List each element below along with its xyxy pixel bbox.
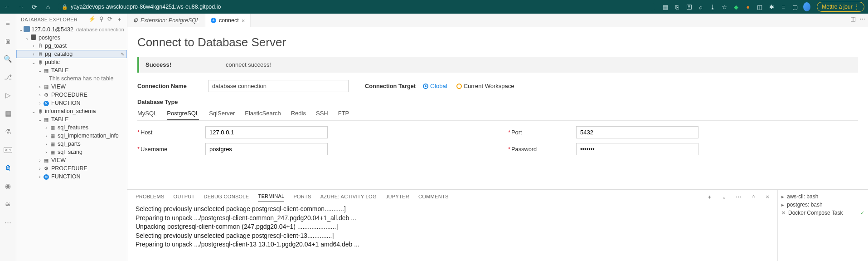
terminal-output[interactable]: Selecting previously unselected package … bbox=[127, 202, 777, 261]
filter-icon[interactable]: ⚲ bbox=[99, 15, 104, 24]
tree-table-group[interactable]: ⌄ ▦ TABLE bbox=[16, 66, 127, 74]
db-tab-sqlserver[interactable]: SqlServer bbox=[209, 108, 235, 120]
panel-tab-output[interactable]: OUTPUT bbox=[174, 192, 195, 202]
extensions-icon[interactable]: ▦ bbox=[3, 108, 14, 119]
password-input[interactable] bbox=[576, 143, 698, 155]
split-icon[interactable]: ◫ bbox=[850, 15, 856, 22]
explorer-icon[interactable]: 🗎 bbox=[3, 35, 14, 46]
home-icon[interactable]: ⌂ bbox=[44, 3, 52, 10]
db-tab-redis[interactable]: Redis bbox=[291, 108, 306, 120]
key-icon[interactable]: ⚿ bbox=[685, 4, 693, 10]
radio-unchecked-icon bbox=[456, 84, 462, 89]
tree-db-postgres[interactable]: ⌄ postgres bbox=[16, 34, 127, 42]
avatar-icon[interactable] bbox=[803, 2, 810, 11]
api-icon[interactable]: API bbox=[3, 144, 14, 155]
target-global-radio[interactable]: Global bbox=[423, 83, 447, 89]
tree-function-group-2[interactable]: › fx FUNCTION bbox=[16, 172, 127, 181]
tree-schema-info[interactable]: ⌄ 🛢 information_schema bbox=[16, 107, 127, 115]
terminal-item-postgres[interactable]: ▸ postgres: bash bbox=[781, 201, 864, 209]
tree-table-sql-impl[interactable]: › ▦ sql_implementation_info bbox=[16, 132, 127, 140]
alert-message: connect success! bbox=[226, 61, 271, 68]
chevron-right-icon: › bbox=[37, 166, 43, 171]
back-icon[interactable]: ← bbox=[4, 3, 11, 10]
conn-name-input[interactable] bbox=[208, 80, 349, 92]
port-input[interactable] bbox=[576, 126, 698, 138]
pin-icon[interactable]: ≡ bbox=[780, 4, 787, 10]
panel-tab-ports[interactable]: PORTS bbox=[293, 192, 311, 202]
db-tab-mysql[interactable]: MySQL bbox=[137, 108, 157, 120]
ext-icon-8[interactable]: ◫ bbox=[756, 4, 763, 10]
host-input[interactable] bbox=[205, 126, 328, 138]
beaker-icon[interactable]: ⚗ bbox=[3, 126, 14, 137]
terminal-item-docker[interactable]: ✕ Docker Compose Task ✓ bbox=[781, 209, 864, 217]
split-terminal-icon[interactable]: ⌄ bbox=[722, 193, 727, 200]
refresh-icon[interactable]: ⟳ bbox=[107, 15, 112, 24]
run-icon[interactable]: ▷ bbox=[3, 90, 14, 101]
group-label: VIEW bbox=[51, 157, 124, 163]
tree-schema-public[interactable]: ⌄ 🛢 public bbox=[16, 58, 127, 66]
new-connection-icon[interactable]: ⚡ bbox=[88, 15, 96, 24]
tree-procedure-group[interactable]: › ⚙ PROCEDURE bbox=[16, 91, 127, 99]
panel-tab-terminal[interactable]: TERMINAL bbox=[258, 192, 284, 202]
panel-tab-comments[interactable]: COMMENTS bbox=[418, 192, 449, 202]
ext-icon-1[interactable]: ▦ bbox=[662, 4, 669, 10]
tree-table-sql-sizing[interactable]: › ▦ sql_sizing bbox=[16, 148, 127, 156]
more-activity-icon[interactable]: ⋯ bbox=[3, 217, 14, 228]
reload-icon[interactable]: ⟳ bbox=[31, 3, 38, 10]
close-panel-icon[interactable]: × bbox=[766, 193, 769, 200]
forward-icon[interactable]: → bbox=[17, 3, 24, 10]
db-tree: ⌄ 127.0.0.1@5432 database connection ⌄ p… bbox=[16, 25, 127, 261]
tree-view-group-2[interactable]: › ▦ VIEW bbox=[16, 156, 127, 164]
tree-schema-pg-catalog[interactable]: › 🛢 pg_catalog ✎ bbox=[16, 50, 127, 58]
ext-icon-2[interactable]: ⎘ bbox=[674, 4, 681, 10]
connect-tab-icon: + bbox=[211, 18, 216, 23]
update-button[interactable]: Mettre à jour ⋮ bbox=[817, 2, 864, 12]
tree-table-sql-parts[interactable]: › ▦ sql_parts bbox=[16, 140, 127, 148]
ext-orange-icon[interactable]: ● bbox=[744, 4, 752, 10]
username-input[interactable] bbox=[205, 143, 328, 155]
scm-icon[interactable]: ⎇ bbox=[3, 72, 14, 83]
tree-function-group[interactable]: › fx FUNCTION bbox=[16, 99, 127, 107]
tree-table-sql-features[interactable]: › ▦ sql_features bbox=[16, 123, 127, 132]
star-icon[interactable]: ☆ bbox=[721, 4, 728, 10]
database-icon[interactable]: 🛢 bbox=[3, 163, 14, 173]
db-tab-ssh[interactable]: SSH bbox=[316, 108, 328, 120]
db-tab-postgresql[interactable]: PostgreSQL bbox=[167, 108, 199, 120]
tab-connect[interactable]: + connect × bbox=[205, 14, 251, 27]
address-bar[interactable]: 🔒 yaya2devops-awscloudpro-86w4kgn4251.ws… bbox=[58, 3, 655, 11]
panel-tab-debug[interactable]: DEBUG CONSOLE bbox=[204, 192, 249, 202]
maximize-panel-icon[interactable]: ＾ bbox=[751, 193, 756, 201]
db-tab-ftp[interactable]: FTP bbox=[338, 108, 349, 120]
panel-icon[interactable]: ▢ bbox=[791, 4, 799, 10]
panel-tab-problems[interactable]: PROBLEMS bbox=[136, 192, 165, 202]
new-terminal-icon[interactable]: ＋ bbox=[707, 193, 713, 201]
edit-icon[interactable]: ✎ bbox=[121, 52, 124, 57]
more-panel-icon[interactable]: ⋯ bbox=[736, 193, 742, 200]
tree-view-group[interactable]: › ▦ VIEW bbox=[16, 83, 127, 91]
group-label: PROCEDURE bbox=[51, 92, 124, 98]
github-icon[interactable]: ◉ bbox=[3, 181, 14, 192]
layers-icon[interactable]: ≋ bbox=[3, 199, 14, 210]
download-icon[interactable]: ⭳ bbox=[709, 4, 716, 10]
tree-schema-pg-toast[interactable]: › 🛢 pg_toast bbox=[16, 42, 127, 50]
target-workspace-radio[interactable]: Current Workspace bbox=[456, 83, 514, 89]
panel-tab-jupyter[interactable]: JUPYTER bbox=[386, 192, 409, 202]
puzzle-icon[interactable]: ✱ bbox=[768, 4, 775, 10]
db-tab-elasticsearch[interactable]: ElasticSearch bbox=[245, 108, 281, 120]
tree-table-group-2[interactable]: ⌄ ▦ TABLE bbox=[16, 115, 127, 123]
translate-icon[interactable]: ⌕ bbox=[697, 4, 704, 10]
close-icon[interactable]: × bbox=[242, 17, 245, 24]
more-editor-icon[interactable]: ⋯ bbox=[859, 15, 865, 22]
ext-green-icon[interactable]: ◆ bbox=[732, 4, 740, 10]
panel-tab-azure[interactable]: AZURE: ACTIVITY LOG bbox=[320, 192, 377, 202]
add-icon[interactable]: ＋ bbox=[116, 15, 122, 24]
tab-extension[interactable]: ⚙ Extension: PostgreSQL bbox=[127, 14, 205, 27]
port-label: *Port bbox=[508, 129, 576, 136]
menu-icon[interactable]: ≡ bbox=[3, 17, 14, 28]
search-icon[interactable]: 🔍 bbox=[3, 54, 14, 64]
tree-procedure-group-2[interactable]: › ⚙ PROCEDURE bbox=[16, 164, 127, 172]
chevron-down-icon: ⌄ bbox=[18, 27, 23, 32]
tree-connection[interactable]: ⌄ 127.0.0.1@5432 database connection bbox=[16, 25, 127, 34]
table-label: sql_parts bbox=[58, 141, 124, 147]
terminal-item-aws[interactable]: ▸ aws-cli: bash bbox=[781, 192, 864, 201]
